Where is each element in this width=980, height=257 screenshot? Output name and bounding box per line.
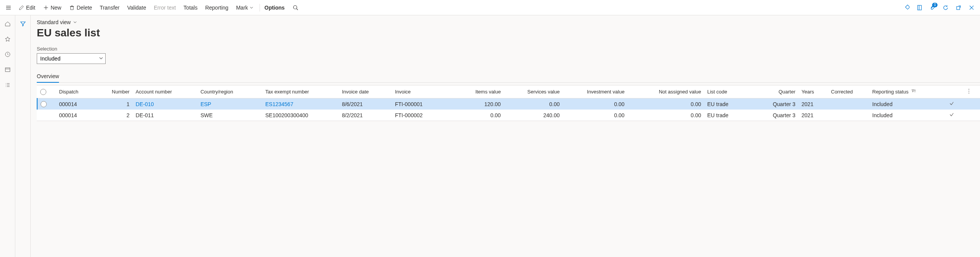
table-row[interactable]: 0000142DE-011SWESE1002003004008/2/2021FT… [37, 110, 980, 121]
selection-dropdown[interactable]: Included [37, 53, 106, 64]
transfer-label: Transfer [100, 5, 120, 11]
options-button[interactable]: Options [261, 2, 288, 14]
rail-modules[interactable] [2, 80, 13, 90]
edit-label: Edit [26, 5, 35, 11]
attachments-button[interactable]: 0 [927, 2, 938, 13]
col-items-value[interactable]: Items value [451, 85, 504, 98]
col-invoice-date[interactable]: Invoice date [339, 85, 392, 98]
view-selector-label: Standard view [37, 19, 71, 25]
office-button[interactable] [914, 2, 925, 13]
col-corrected-check [940, 85, 964, 98]
validate-button[interactable]: Validate [124, 2, 149, 14]
validate-label: Validate [127, 5, 146, 11]
row-select[interactable] [37, 110, 56, 121]
funnel-icon [20, 21, 26, 27]
col-more[interactable] [964, 85, 980, 98]
col-years[interactable]: Years [799, 85, 828, 98]
separator [260, 4, 260, 11]
cell-more [964, 110, 980, 121]
rail-favorites[interactable] [2, 34, 13, 44]
edit-button[interactable]: Edit [15, 2, 38, 14]
cell-investment-value: 0.00 [563, 98, 627, 110]
col-corrected[interactable]: Corrected [828, 85, 869, 98]
hamburger-button[interactable] [3, 2, 14, 14]
row-radio[interactable] [41, 101, 47, 107]
cell-reporting-status: Included [869, 110, 940, 121]
new-button[interactable]: New [40, 2, 64, 14]
svg-point-31 [969, 93, 969, 93]
svg-rect-10 [905, 5, 910, 9]
cell-invoice-date: 8/6/2021 [339, 98, 392, 110]
col-select-all[interactable] [37, 85, 56, 98]
col-services-value[interactable]: Services value [504, 85, 563, 98]
svg-marker-26 [21, 22, 25, 26]
filter-rail [15, 15, 31, 257]
popout-icon [956, 5, 962, 11]
mark-menu[interactable]: Mark [233, 2, 256, 14]
search-button[interactable] [289, 2, 302, 14]
action-pane: Edit New Delete Transfer Validate Error … [0, 0, 980, 15]
svg-point-8 [293, 5, 297, 9]
delete-label: Delete [77, 5, 92, 11]
col-list-code[interactable]: List code [704, 85, 751, 98]
error-text-label: Error text [154, 5, 176, 11]
new-label: New [51, 5, 61, 11]
col-investment-value[interactable]: Investment value [563, 85, 627, 98]
filter-toggle[interactable] [18, 18, 28, 29]
cell-not-assigned-value: 0.00 [627, 98, 704, 110]
cell-investment-value: 0.00 [563, 110, 627, 121]
cell-account-number[interactable]: DE-011 [132, 110, 197, 121]
cell-account-number[interactable]: DE-010 [132, 98, 197, 110]
col-tax-exempt-number[interactable]: Tax exempt number [262, 85, 339, 98]
close-button[interactable] [966, 2, 977, 13]
col-invoice[interactable]: Invoice [392, 85, 451, 98]
svg-line-9 [296, 8, 298, 10]
svg-marker-16 [5, 37, 10, 41]
totals-button[interactable]: Totals [180, 2, 201, 14]
trash-icon [69, 5, 75, 11]
filter-sort-icon[interactable] [911, 89, 916, 95]
rail-workspaces[interactable] [2, 64, 13, 75]
view-selector[interactable]: Standard view [37, 19, 77, 25]
col-dispatch[interactable]: Dispatch [56, 85, 97, 98]
cell-country-region[interactable]: ESP [198, 98, 262, 110]
delete-button[interactable]: Delete [66, 2, 95, 14]
col-not-assigned-value[interactable]: Not assigned value [627, 85, 704, 98]
cell-not-assigned-value: 0.00 [627, 110, 704, 121]
svg-rect-13 [957, 7, 960, 10]
col-account-number[interactable]: Account number [132, 85, 197, 98]
svg-rect-11 [918, 5, 921, 10]
reporting-button[interactable]: Reporting [202, 2, 232, 14]
attachments-count: 0 [932, 3, 938, 7]
popout-button[interactable] [953, 2, 964, 13]
refresh-button[interactable] [940, 2, 951, 13]
table-row[interactable]: 0000141DE-010ESPES12345678/6/2021FTI-000… [37, 98, 980, 110]
cell-items-value: 0.00 [451, 110, 504, 121]
rail-recents[interactable] [2, 49, 13, 60]
cell-tax-exempt-number[interactable]: ES1234567 [262, 98, 339, 110]
cell-tax-exempt-number[interactable]: SE100200300400 [262, 110, 339, 121]
rail-home[interactable] [2, 18, 13, 29]
cell-number: 1 [97, 98, 132, 110]
col-country-region[interactable]: Country/region [198, 85, 262, 98]
cell-more [964, 98, 980, 110]
pin-button[interactable] [901, 2, 912, 13]
tab-overview[interactable]: Overview [37, 71, 59, 82]
col-reporting-status[interactable]: Reporting status [869, 85, 940, 98]
cell-years: 2021 [799, 98, 828, 110]
svg-point-30 [969, 91, 969, 92]
svg-marker-27 [912, 90, 914, 92]
col-number[interactable]: Number [97, 85, 132, 98]
row-select[interactable] [37, 98, 56, 110]
col-quarter[interactable]: Quarter [751, 85, 799, 98]
svg-point-29 [969, 89, 969, 90]
main-content: Standard view EU sales list Selection In… [31, 15, 980, 257]
close-icon [969, 5, 975, 11]
cell-country-region[interactable]: SWE [198, 110, 262, 121]
cell-quarter: Quarter 3 [751, 110, 799, 121]
svg-rect-18 [5, 68, 10, 72]
select-all-radio[interactable] [40, 89, 46, 95]
search-icon [292, 5, 299, 11]
reporting-status-label: Reporting status [872, 89, 909, 95]
transfer-button[interactable]: Transfer [97, 2, 123, 14]
